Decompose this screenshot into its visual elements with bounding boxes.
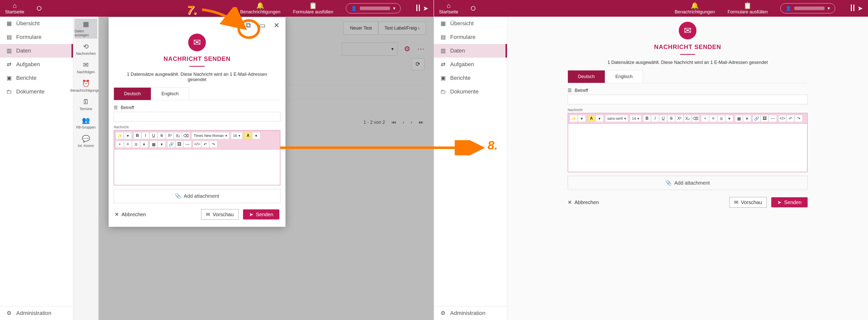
table-icon[interactable]: ▦ (735, 115, 743, 122)
dropdown-icon[interactable]: ▾ (595, 115, 603, 122)
add-attachment-button[interactable]: 📎 Add attachment (568, 176, 808, 190)
sidebar-item-documents[interactable]: 🗀Dokumente (0, 85, 73, 98)
tab-de[interactable]: Deutsch (114, 87, 151, 100)
dropdown-icon[interactable]: ▾ (158, 141, 166, 148)
cancel-button[interactable]: ✕Abbrechen (568, 199, 599, 205)
menu-icon[interactable]: ➤ (851, 4, 863, 12)
code-icon[interactable]: </> (193, 141, 201, 148)
image-icon[interactable]: 🖼 (175, 141, 183, 148)
sidebar-item-data[interactable]: ▥Daten (0, 44, 73, 58)
dropdown-icon[interactable]: ▾ (252, 132, 260, 139)
dropdown-icon[interactable]: ▾ (725, 115, 733, 122)
code-icon[interactable]: </> (778, 115, 786, 122)
list-ol-icon[interactable]: ≡ (124, 141, 132, 148)
sub-item-view[interactable]: ▦Daten anzeigen (74, 19, 97, 39)
subject-input[interactable] (114, 112, 280, 122)
sidebar-item-admin[interactable]: ⚙Administration (434, 306, 507, 320)
list-ul-icon[interactable]: • (116, 141, 124, 148)
image-icon[interactable]: 🖼 (761, 115, 769, 122)
table-icon[interactable]: ▦ (150, 141, 158, 148)
sidebar-item-reports[interactable]: ▣Berichte (0, 71, 73, 85)
bold-icon[interactable]: B (133, 132, 142, 139)
link-icon[interactable]: 🔗 (752, 115, 761, 122)
nav-forms[interactable]: 📋 Formulare ausfüllen (293, 2, 333, 14)
italic-icon[interactable]: I (142, 132, 150, 139)
italic-icon[interactable]: I (651, 115, 659, 122)
undo-icon[interactable]: ↶ (786, 115, 795, 122)
subject-label: Betreff (121, 105, 134, 110)
subscript-icon[interactable]: X₂ (683, 115, 691, 122)
underline-icon[interactable]: U (659, 115, 667, 122)
size-select[interactable]: 14▾ (630, 115, 642, 122)
add-attachment-button[interactable]: 📎 Add attachment (114, 189, 280, 203)
font-select[interactable]: sans-serif▾ (605, 115, 628, 122)
size-select[interactable]: 16▾ (231, 132, 243, 139)
sidebar-item-overview[interactable]: ▦Übersicht (0, 17, 73, 30)
strike-icon[interactable]: S (667, 115, 675, 122)
sub-item-groups[interactable]: 👥FB-Gruppen (74, 115, 97, 131)
tab-en[interactable]: Englisch (605, 70, 643, 83)
align-icon[interactable]: ≣ (717, 115, 725, 122)
underline-icon[interactable]: U (150, 132, 158, 139)
sidebar-item-tasks[interactable]: ⇄Aufgaben (434, 58, 507, 71)
editor-textarea[interactable] (114, 150, 280, 185)
user-menu[interactable]: 👤▾ (780, 3, 835, 13)
sub-item-alerts[interactable]: ⏰Benachrichtigungen (74, 78, 97, 94)
sidebar-item-admin[interactable]: ⚙Administration (0, 306, 73, 320)
clear-format-icon[interactable]: ⌫ (691, 115, 700, 122)
line-icon[interactable]: — (183, 141, 191, 148)
magic-icon[interactable]: ✨ (570, 115, 578, 122)
close-icon[interactable]: ✕ (274, 21, 279, 30)
tab-en[interactable]: Englisch (151, 87, 189, 100)
sub-item-calendar[interactable]: 🗓Termine (74, 96, 97, 113)
link-icon[interactable]: 🔗 (167, 141, 175, 148)
menu-icon[interactable]: ➤ (416, 4, 429, 12)
dropdown-icon[interactable]: ▾ (743, 115, 751, 122)
redo-icon[interactable]: ↷ (209, 141, 217, 148)
sidebar-item-reports[interactable]: ▣Berichte (434, 71, 507, 85)
preview-button[interactable]: ✉Vorschau (201, 209, 239, 220)
text-color-icon[interactable]: A (587, 115, 595, 122)
user-menu[interactable]: 👤 ▾ (346, 3, 401, 13)
sidebar-item-documents[interactable]: 🗀Dokumente (434, 85, 507, 98)
sidebar-item-data[interactable]: ▥Daten (434, 44, 507, 58)
clear-format-icon[interactable]: ⌫ (182, 132, 190, 139)
folder-icon: 🗀 (440, 88, 446, 95)
tab-de[interactable]: Deutsch (568, 70, 605, 83)
subject-input[interactable] (568, 95, 808, 104)
text-color-icon[interactable]: A (244, 132, 252, 139)
send-button[interactable]: ➤Senden (771, 197, 808, 207)
superscript-icon[interactable]: X² (675, 115, 683, 122)
sub-item-follow[interactable]: ✉Nachfolgen (74, 60, 97, 75)
nav-home[interactable]: ⌂ Startseite (439, 2, 458, 14)
sidebar-item-tasks[interactable]: ⇄Aufgaben (0, 58, 73, 71)
nav-notifications[interactable]: 🔔Benachrichtigungen (675, 2, 715, 14)
superscript-icon[interactable]: X² (166, 132, 174, 139)
dropdown-icon[interactable]: ▾ (140, 141, 148, 148)
nav-forms[interactable]: 📋Formulare ausfüllen (727, 2, 768, 14)
font-select[interactable]: Times New Roman▾ (191, 132, 229, 139)
sub-item-retry[interactable]: ⟲Nachreichen (74, 41, 97, 57)
magic-icon[interactable]: ✨ (116, 132, 124, 139)
dropdown-icon[interactable]: ▾ (124, 132, 132, 139)
subscript-icon[interactable]: X₂ (174, 132, 182, 139)
undo-icon[interactable]: ↶ (201, 141, 209, 148)
preview-button[interactable]: ✉Vorschau (729, 197, 767, 207)
bold-icon[interactable]: B (643, 115, 651, 122)
sidebar-item-forms[interactable]: ▤Formulare (434, 30, 507, 44)
sidebar-item-forms[interactable]: ▤Formulare (0, 30, 73, 44)
align-icon[interactable]: ≣ (132, 141, 140, 148)
sub-item-intkomm[interactable]: 💬Int. Komm (74, 133, 97, 149)
list-ol-icon[interactable]: ≡ (709, 115, 717, 122)
redo-icon[interactable]: ↷ (795, 115, 803, 122)
dropdown-icon[interactable]: ▾ (578, 115, 586, 122)
strike-icon[interactable]: S (158, 132, 166, 139)
send-button[interactable]: ➤Senden (243, 210, 279, 220)
sidebar-item-overview[interactable]: ▦Übersicht (434, 17, 507, 30)
list-ul-icon[interactable]: • (701, 115, 709, 122)
line-icon[interactable]: — (769, 115, 777, 122)
rich-editor: ✨▾ B I U S X² X₂ ⌫ Times New Roman▾ 16▾ … (114, 130, 280, 185)
cancel-button[interactable]: ✕Abbrechen (115, 212, 146, 218)
editor-textarea[interactable] (568, 124, 807, 172)
nav-home[interactable]: ⌂ Startseite (5, 2, 24, 14)
